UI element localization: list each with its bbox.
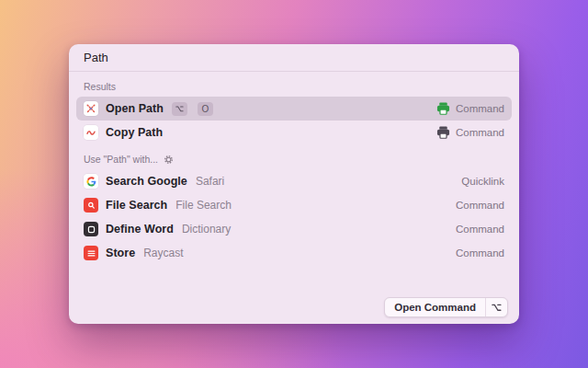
item-accessory: Command — [456, 247, 504, 259]
open-path-icon — [84, 101, 98, 116]
dictionary-icon — [84, 222, 98, 236]
list-item-file-search[interactable]: File Search File Search Command — [76, 193, 512, 217]
results-section-label: Results — [84, 81, 116, 92]
item-type-label: Command — [456, 247, 504, 259]
item-subtitle: Safari — [196, 175, 224, 188]
results-list: Results Open Path O — [69, 72, 519, 324]
item-accessory: Command — [436, 126, 504, 139]
printer-icon — [436, 102, 450, 115]
item-title: Define Word — [106, 223, 174, 236]
list-item-search-google[interactable]: Search Google Safari Quicklink — [76, 169, 512, 193]
list-item-define-word[interactable]: Define Word Dictionary Command — [76, 217, 512, 241]
item-type-label: Command — [456, 127, 504, 138]
results-section-header: Results — [76, 77, 512, 97]
store-icon — [84, 246, 98, 260]
printer-icon — [436, 126, 450, 139]
search-input[interactable] — [84, 51, 504, 64]
option-key-icon — [175, 106, 184, 112]
list-item-copy-path[interactable]: Copy Path Command — [76, 121, 512, 144]
item-subtitle: Dictionary — [182, 223, 231, 236]
item-subtitle: File Search — [175, 199, 232, 212]
item-title: Open Path — [106, 102, 164, 115]
item-type-label: Command — [456, 200, 504, 211]
item-type-label: Command — [456, 103, 504, 114]
list-item-store[interactable]: Store Raycast Command — [76, 241, 512, 265]
item-accessory: Quicklink — [461, 176, 504, 187]
item-accessory: Command — [436, 102, 504, 115]
item-title: Search Google — [106, 175, 187, 188]
item-accessory: Command — [456, 200, 504, 211]
file-search-icon — [84, 198, 98, 213]
item-title: Store — [106, 247, 135, 259]
item-title: File Search — [106, 199, 167, 212]
use-with-section-header: Use "Path" with... — [76, 150, 512, 169]
gear-icon[interactable] — [164, 155, 174, 165]
list-item-open-path[interactable]: Open Path O Command — [76, 97, 512, 121]
search-bar — [69, 44, 519, 72]
copy-path-icon — [84, 125, 98, 140]
open-command-button[interactable]: Open Command — [384, 297, 508, 317]
action-bar: Open Command — [384, 297, 508, 317]
item-type-label: Quicklink — [461, 176, 504, 187]
raycast-window: Results Open Path O — [69, 44, 519, 324]
item-accessory: Command — [456, 224, 504, 235]
o-key-badge: O — [198, 102, 213, 116]
google-icon — [84, 174, 98, 189]
item-type-label: Command — [456, 224, 504, 235]
use-with-section-label: Use "Path" with... — [84, 154, 158, 165]
option-key-badge — [172, 102, 187, 116]
open-command-label: Open Command — [385, 298, 485, 316]
option-key-icon — [485, 298, 507, 316]
item-title: Copy Path — [106, 126, 163, 139]
item-subtitle: Raycast — [143, 247, 183, 259]
